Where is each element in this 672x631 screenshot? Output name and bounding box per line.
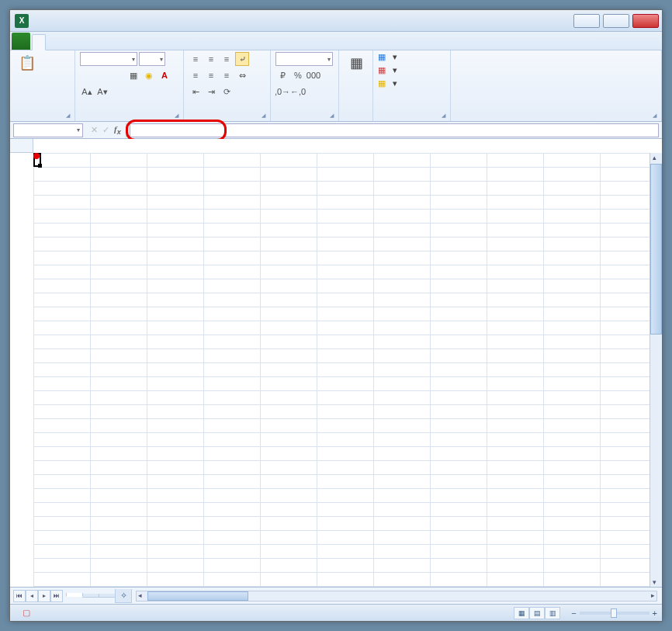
styles-icon: ▦ — [347, 54, 365, 72]
name-box[interactable] — [13, 123, 83, 137]
comma-button[interactable]: 000 — [307, 68, 320, 82]
zoom-control[interactable]: − + — [568, 608, 657, 618]
increase-indent-button[interactable]: ⇥ — [204, 85, 218, 99]
tab-data[interactable] — [83, 33, 95, 50]
insert-cells-button[interactable]: ▦ ▾ — [378, 52, 397, 62]
format-painter-button[interactable] — [43, 83, 57, 97]
page-break-view-button[interactable]: ▥ — [545, 607, 560, 619]
maximize-button[interactable] — [603, 14, 629, 28]
group-editing — [451, 50, 662, 121]
fill-button[interactable] — [456, 69, 469, 83]
wrap-text-button[interactable]: ⤶ — [235, 52, 249, 66]
page-layout-view-button[interactable]: ▤ — [529, 607, 545, 619]
zoom-thumb[interactable] — [611, 608, 617, 618]
formula-input[interactable] — [130, 123, 659, 137]
align-middle-button[interactable]: ≡ — [204, 52, 218, 66]
border-button[interactable]: ▦ — [126, 68, 140, 82]
tab-foxit[interactable] — [145, 33, 158, 50]
align-bottom-button[interactable]: ≡ — [220, 52, 234, 66]
status-bar: ▢ ▦ ▤ ▥ − + — [10, 604, 662, 621]
normal-view-button[interactable]: ▦ — [514, 607, 529, 619]
find-icon — [504, 54, 522, 72]
sheet-tab[interactable] — [82, 594, 99, 598]
find-select-button[interactable] — [501, 52, 525, 75]
tab-home[interactable] — [32, 34, 46, 50]
select-all-corner[interactable] — [10, 139, 33, 153]
fx-icon[interactable]: fx — [114, 124, 121, 136]
font-name-combo[interactable] — [80, 52, 137, 66]
zoom-out-button[interactable]: − — [571, 608, 576, 618]
enter-formula-icon[interactable]: ✓ — [102, 125, 109, 135]
number-format-combo[interactable] — [275, 52, 333, 66]
delete-cells-button[interactable]: ▦ ▾ — [378, 65, 397, 75]
group-label — [189, 117, 265, 121]
increase-decimal-button[interactable]: ,0→ — [275, 85, 289, 99]
clear-button[interactable] — [456, 86, 469, 100]
tab-layout[interactable] — [58, 33, 71, 50]
macro-record-icon[interactable]: ▢ — [23, 608, 30, 618]
undo-button[interactable] — [49, 14, 63, 28]
tab-abbyy[interactable] — [158, 33, 170, 50]
align-top-button[interactable]: ≡ — [189, 52, 203, 66]
styles-button[interactable]: ▦ — [344, 52, 369, 75]
font-color-button[interactable]: A — [158, 68, 171, 82]
decrease-indent-button[interactable]: ⇤ — [189, 85, 203, 99]
align-right-button[interactable]: ≡ — [220, 68, 234, 82]
group-label — [378, 117, 445, 121]
align-center-button[interactable]: ≡ — [204, 68, 218, 82]
row-headers[interactable] — [10, 153, 33, 587]
orientation-button[interactable]: ⟳ — [220, 85, 234, 99]
decrease-decimal-button[interactable]: ←,0 — [291, 85, 305, 99]
title-bar: X — [10, 10, 662, 32]
percent-button[interactable]: % — [291, 68, 305, 82]
sheet-nav-next[interactable]: ▸ — [38, 590, 50, 602]
save-button[interactable] — [32, 14, 46, 28]
tab-formulas[interactable] — [71, 33, 83, 50]
cells-area[interactable] — [33, 153, 662, 587]
fill-handle[interactable] — [38, 164, 42, 168]
tab-insert[interactable] — [46, 33, 58, 50]
align-left-button[interactable]: ≡ — [189, 68, 203, 82]
sort-icon — [476, 54, 494, 72]
currency-button[interactable]: ₽ — [275, 68, 289, 82]
close-button[interactable] — [632, 14, 659, 28]
paste-button[interactable]: 📋 — [15, 52, 40, 75]
active-cell[interactable] — [33, 153, 41, 167]
sheet-nav-last[interactable]: ⏭ — [50, 590, 63, 602]
format-cells-button[interactable]: ▦ ▾ — [378, 78, 397, 88]
vertical-scrollbar[interactable] — [649, 153, 662, 587]
grow-font-button[interactable]: A▴ — [80, 85, 94, 99]
vscroll-thumb[interactable] — [650, 164, 662, 335]
column-headers[interactable] — [33, 139, 662, 153]
shrink-font-button[interactable]: A▾ — [95, 85, 109, 99]
cut-button[interactable] — [43, 52, 57, 66]
copy-button[interactable] — [43, 68, 57, 81]
sheet-tab[interactable] — [99, 594, 116, 598]
sheet-tab-active[interactable] — [66, 593, 83, 597]
redo-button[interactable] — [66, 14, 80, 28]
merge-center-button[interactable]: ⇔ — [235, 68, 249, 82]
minimize-button[interactable] — [573, 14, 600, 28]
zoom-in-button[interactable]: + — [653, 608, 657, 618]
qat-dropdown[interactable] — [83, 14, 97, 28]
cancel-formula-icon[interactable]: ✕ — [91, 125, 98, 135]
tab-addins[interactable] — [133, 33, 145, 50]
file-tab[interactable] — [12, 33, 30, 50]
tab-developer[interactable] — [120, 33, 133, 50]
sort-filter-button[interactable] — [473, 52, 497, 75]
fill-color-button[interactable]: ◉ — [142, 68, 156, 82]
hscroll-thumb[interactable] — [147, 591, 248, 601]
worksheet-grid[interactable] — [10, 139, 662, 587]
new-sheet-button[interactable]: ✧ — [115, 589, 132, 603]
autosum-button[interactable] — [456, 52, 469, 66]
tab-review[interactable] — [95, 33, 108, 50]
font-size-combo[interactable] — [139, 52, 165, 66]
tab-view[interactable] — [108, 33, 120, 50]
underline-button[interactable] — [111, 68, 125, 82]
italic-button[interactable] — [95, 68, 109, 82]
sheet-nav-first[interactable]: ⏮ — [13, 590, 26, 602]
bold-button[interactable] — [80, 68, 94, 82]
zoom-slider[interactable] — [580, 612, 649, 615]
sheet-nav-prev[interactable]: ◂ — [26, 590, 38, 602]
horizontal-scrollbar[interactable] — [136, 591, 657, 602]
